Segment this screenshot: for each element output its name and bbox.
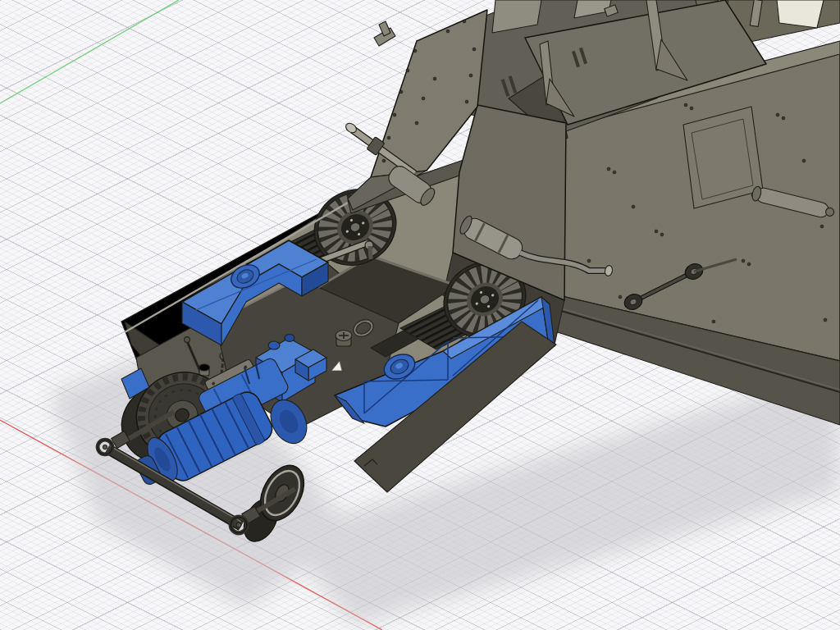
model-canvas [0, 0, 840, 630]
breather-cap[interactable] [336, 331, 352, 347]
light-panel [777, 0, 824, 28]
valve-fitting[interactable] [199, 364, 210, 376]
y-axis-line [0, 0, 179, 103]
cad-viewport[interactable] [0, 0, 840, 630]
jack-pin [185, 337, 190, 343]
